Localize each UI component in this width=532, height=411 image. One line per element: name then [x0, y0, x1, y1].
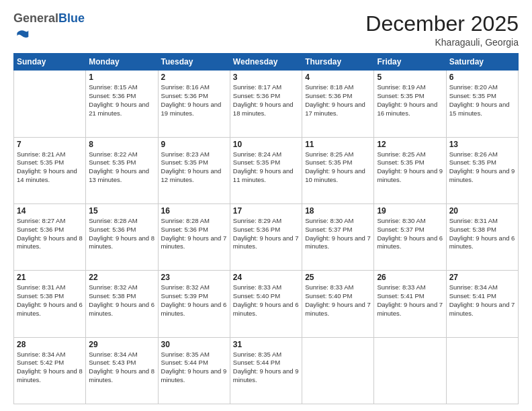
- calendar-cell: 23Sunrise: 8:32 AMSunset: 5:39 PMDayligh…: [158, 271, 230, 337]
- day-info: Sunrise: 8:28 AMSunset: 5:36 PMDaylight:…: [89, 217, 154, 251]
- day-number: 22: [89, 273, 154, 282]
- calendar-cell: 4Sunrise: 8:18 AMSunset: 5:36 PMDaylight…: [302, 71, 374, 137]
- day-number: 25: [305, 273, 371, 282]
- day-number: 4: [305, 73, 371, 82]
- logo-general: General: [13, 11, 58, 25]
- day-number: 28: [17, 340, 83, 349]
- day-info: Sunrise: 8:34 AMSunset: 5:43 PMDaylight:…: [89, 351, 154, 385]
- calendar-week-row: 28Sunrise: 8:34 AMSunset: 5:42 PMDayligh…: [14, 337, 519, 404]
- day-info: Sunrise: 8:16 AMSunset: 5:36 PMDaylight:…: [161, 83, 227, 118]
- day-number: 3: [233, 73, 299, 82]
- calendar-cell: 30Sunrise: 8:35 AMSunset: 5:44 PMDayligh…: [158, 337, 230, 404]
- calendar-cell: [446, 337, 518, 404]
- weekday-monday: Monday: [86, 54, 158, 71]
- day-info: Sunrise: 8:35 AMSunset: 5:44 PMDaylight:…: [161, 351, 227, 385]
- page-header: GeneralBlue December 2025 Kharagauli, Ge…: [13, 12, 519, 48]
- calendar-cell: 25Sunrise: 8:33 AMSunset: 5:40 PMDayligh…: [302, 271, 374, 337]
- day-number: 23: [161, 273, 227, 282]
- calendar-cell: 27Sunrise: 8:34 AMSunset: 5:41 PMDayligh…: [446, 271, 518, 337]
- calendar-cell: 13Sunrise: 8:26 AMSunset: 5:35 PMDayligh…: [446, 137, 518, 203]
- day-info: Sunrise: 8:31 AMSunset: 5:38 PMDaylight:…: [449, 217, 515, 251]
- calendar-week-row: 1Sunrise: 8:15 AMSunset: 5:36 PMDaylight…: [14, 71, 519, 137]
- weekday-friday: Friday: [374, 54, 446, 71]
- day-number: 31: [233, 340, 299, 349]
- weekday-thursday: Thursday: [302, 54, 374, 71]
- day-info: Sunrise: 8:30 AMSunset: 5:37 PMDaylight:…: [377, 217, 443, 251]
- day-number: 27: [449, 273, 515, 282]
- day-number: 14: [17, 206, 83, 216]
- day-info: Sunrise: 8:22 AMSunset: 5:35 PMDaylight:…: [89, 150, 154, 185]
- day-info: Sunrise: 8:27 AMSunset: 5:36 PMDaylight:…: [17, 217, 83, 251]
- calendar-cell: 5Sunrise: 8:19 AMSunset: 5:35 PMDaylight…: [374, 71, 446, 137]
- calendar-cell: [302, 337, 374, 404]
- day-info: Sunrise: 8:30 AMSunset: 5:37 PMDaylight:…: [305, 217, 371, 251]
- day-info: Sunrise: 8:20 AMSunset: 5:35 PMDaylight:…: [449, 83, 515, 118]
- title-block: December 2025 Kharagauli, Georgia: [365, 12, 519, 48]
- day-info: Sunrise: 8:29 AMSunset: 5:36 PMDaylight:…: [233, 217, 299, 251]
- weekday-header-row: SundayMondayTuesdayWednesdayThursdayFrid…: [14, 54, 519, 71]
- day-number: 13: [449, 140, 515, 149]
- calendar-cell: 29Sunrise: 8:34 AMSunset: 5:43 PMDayligh…: [86, 337, 158, 404]
- calendar-cell: 7Sunrise: 8:21 AMSunset: 5:35 PMDaylight…: [14, 137, 86, 203]
- calendar-cell: 3Sunrise: 8:17 AMSunset: 5:36 PMDaylight…: [230, 71, 302, 137]
- day-info: Sunrise: 8:25 AMSunset: 5:35 PMDaylight:…: [305, 150, 371, 185]
- calendar-cell: 6Sunrise: 8:20 AMSunset: 5:35 PMDaylight…: [446, 71, 518, 137]
- day-info: Sunrise: 8:32 AMSunset: 5:38 PMDaylight:…: [89, 283, 154, 318]
- calendar-cell: 31Sunrise: 8:35 AMSunset: 5:44 PMDayligh…: [230, 337, 302, 404]
- calendar-week-row: 7Sunrise: 8:21 AMSunset: 5:35 PMDaylight…: [14, 137, 519, 203]
- calendar-cell: 12Sunrise: 8:25 AMSunset: 5:35 PMDayligh…: [374, 137, 446, 203]
- day-info: Sunrise: 8:25 AMSunset: 5:35 PMDaylight:…: [377, 150, 443, 185]
- day-number: 15: [89, 206, 154, 216]
- calendar-cell: 20Sunrise: 8:31 AMSunset: 5:38 PMDayligh…: [446, 203, 518, 270]
- day-info: Sunrise: 8:21 AMSunset: 5:35 PMDaylight:…: [17, 150, 83, 185]
- calendar-cell: 8Sunrise: 8:22 AMSunset: 5:35 PMDaylight…: [86, 137, 158, 203]
- day-info: Sunrise: 8:24 AMSunset: 5:35 PMDaylight:…: [233, 150, 299, 185]
- day-info: Sunrise: 8:19 AMSunset: 5:35 PMDaylight:…: [377, 83, 443, 118]
- day-number: 16: [161, 206, 227, 216]
- location: Kharagauli, Georgia: [365, 37, 519, 48]
- calendar-cell: 24Sunrise: 8:33 AMSunset: 5:40 PMDayligh…: [230, 271, 302, 337]
- day-number: 5: [377, 73, 443, 82]
- day-number: 26: [377, 273, 443, 282]
- day-number: 6: [449, 73, 515, 82]
- day-info: Sunrise: 8:28 AMSunset: 5:36 PMDaylight:…: [161, 217, 227, 251]
- day-info: Sunrise: 8:33 AMSunset: 5:41 PMDaylight:…: [377, 283, 443, 318]
- day-number: 24: [233, 273, 299, 282]
- weekday-wednesday: Wednesday: [230, 54, 302, 71]
- calendar-cell: 14Sunrise: 8:27 AMSunset: 5:36 PMDayligh…: [14, 203, 86, 270]
- logo: GeneralBlue: [13, 12, 85, 43]
- calendar-cell: 16Sunrise: 8:28 AMSunset: 5:36 PMDayligh…: [158, 203, 230, 270]
- calendar-week-row: 21Sunrise: 8:31 AMSunset: 5:38 PMDayligh…: [14, 271, 519, 337]
- calendar-page: GeneralBlue December 2025 Kharagauli, Ge…: [0, 0, 532, 411]
- weekday-saturday: Saturday: [446, 54, 518, 71]
- day-info: Sunrise: 8:31 AMSunset: 5:38 PMDaylight:…: [17, 283, 83, 318]
- calendar-cell: 9Sunrise: 8:23 AMSunset: 5:35 PMDaylight…: [158, 137, 230, 203]
- calendar-cell: 2Sunrise: 8:16 AMSunset: 5:36 PMDaylight…: [158, 71, 230, 137]
- day-info: Sunrise: 8:18 AMSunset: 5:36 PMDaylight:…: [305, 83, 371, 118]
- day-number: 8: [89, 140, 154, 149]
- day-info: Sunrise: 8:34 AMSunset: 5:41 PMDaylight:…: [449, 283, 515, 318]
- calendar-cell: 18Sunrise: 8:30 AMSunset: 5:37 PMDayligh…: [302, 203, 374, 270]
- day-number: 9: [161, 140, 227, 149]
- weekday-sunday: Sunday: [14, 54, 86, 71]
- calendar-cell: 19Sunrise: 8:30 AMSunset: 5:37 PMDayligh…: [374, 203, 446, 270]
- day-number: 21: [17, 273, 83, 282]
- day-number: 1: [89, 73, 154, 82]
- calendar-cell: 26Sunrise: 8:33 AMSunset: 5:41 PMDayligh…: [374, 271, 446, 337]
- calendar-cell: 21Sunrise: 8:31 AMSunset: 5:38 PMDayligh…: [14, 271, 86, 337]
- logo-blue: Blue: [58, 11, 85, 25]
- day-number: 12: [377, 140, 443, 149]
- day-number: 2: [161, 73, 227, 82]
- day-info: Sunrise: 8:15 AMSunset: 5:36 PMDaylight:…: [89, 83, 154, 118]
- calendar-cell: [374, 337, 446, 404]
- day-info: Sunrise: 8:23 AMSunset: 5:35 PMDaylight:…: [161, 150, 227, 185]
- calendar-cell: 15Sunrise: 8:28 AMSunset: 5:36 PMDayligh…: [86, 203, 158, 270]
- day-info: Sunrise: 8:17 AMSunset: 5:36 PMDaylight:…: [233, 83, 299, 118]
- day-info: Sunrise: 8:34 AMSunset: 5:42 PMDaylight:…: [17, 351, 83, 385]
- day-info: Sunrise: 8:33 AMSunset: 5:40 PMDaylight:…: [305, 283, 371, 318]
- calendar-cell: 11Sunrise: 8:25 AMSunset: 5:35 PMDayligh…: [302, 137, 374, 203]
- day-number: 20: [449, 206, 515, 216]
- day-info: Sunrise: 8:32 AMSunset: 5:39 PMDaylight:…: [161, 283, 227, 318]
- day-number: 7: [17, 140, 83, 149]
- day-number: 17: [233, 206, 299, 216]
